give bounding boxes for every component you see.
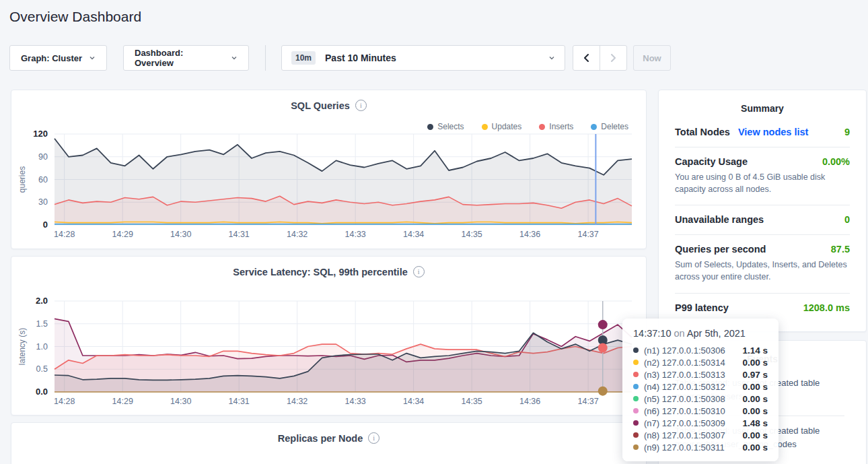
chevron-down-icon bbox=[89, 55, 96, 61]
time-prev-button[interactable] bbox=[573, 46, 600, 70]
node-address: (n2) 127.0.0.1:50314 bbox=[644, 358, 737, 368]
node-latency-value: 0.00 s bbox=[742, 394, 768, 404]
hover-dot bbox=[598, 343, 608, 353]
sql-plot: 030609012014:2814:2914:3014:3114:3214:33… bbox=[11, 90, 646, 248]
x-tick-label: 14:29 bbox=[112, 230, 133, 239]
summary-row-unavailable-ranges: Unavailable ranges 0 bbox=[675, 205, 850, 235]
x-tick-label: 14:30 bbox=[170, 397, 191, 406]
x-tick-label: 14:36 bbox=[519, 230, 540, 239]
latency-plot: 0.00.51.01.52.014:2814:2914:3014:3114:32… bbox=[11, 257, 646, 415]
y-tick-label: 30 bbox=[38, 197, 48, 207]
node-color-dot bbox=[633, 396, 639, 401]
node-address: (n8) 127.0.0.1:50307 bbox=[644, 430, 737, 440]
y-tick-label: 60 bbox=[38, 175, 48, 185]
info-icon[interactable]: i bbox=[368, 432, 379, 444]
tooltip-node-row: (n7) 127.0.0.1:503091.48 s bbox=[633, 417, 768, 429]
x-tick-label: 14:35 bbox=[462, 397, 482, 406]
time-step-buttons bbox=[573, 45, 627, 71]
time-range-badge: 10m bbox=[291, 51, 316, 65]
graph-scope-dropdown[interactable]: Graph: Cluster bbox=[9, 45, 107, 71]
node-color-dot bbox=[633, 408, 639, 413]
node-address: (n4) 127.0.0.1:50312 bbox=[644, 382, 737, 392]
node-color-dot bbox=[633, 432, 639, 438]
dashboard-label: Dashboard: Overview bbox=[135, 48, 224, 68]
tooltip-timestamp: 14:37:10 on Apr 5th, 2021 bbox=[633, 328, 768, 339]
node-color-dot bbox=[633, 444, 639, 450]
y-tick-label: 0.5 bbox=[36, 364, 48, 374]
x-tick-label: 14:37 bbox=[577, 230, 598, 239]
summary-row-capacity: Capacity Usage 0.00% You are using 0 B o… bbox=[675, 147, 850, 205]
summary-row-qps: Queries per second 87.5 Sum of Selects, … bbox=[675, 235, 850, 293]
x-tick-label: 14:31 bbox=[229, 397, 250, 406]
sql-queries-panel: SQL Queries i SelectsUpdatesInsertsDelet… bbox=[11, 90, 647, 249]
time-next-button[interactable] bbox=[600, 46, 626, 70]
capacity-usage-description: You are using 0 B of 4.5 GiB usable disk… bbox=[675, 171, 850, 195]
total-nodes-label: Total Nodes bbox=[675, 127, 730, 137]
chevron-left-icon bbox=[583, 53, 590, 63]
summary-title: Summary bbox=[675, 103, 850, 114]
node-color-dot bbox=[633, 384, 639, 389]
node-latency-value: 0.97 s bbox=[742, 370, 768, 380]
tooltip-node-row: (n1) 127.0.0.1:503061.14 s bbox=[633, 344, 768, 356]
page-title: Overview Dashboard bbox=[9, 9, 141, 25]
node-latency-value: 0.00 s bbox=[742, 382, 768, 392]
chart-hover-tooltip: 14:37:10 on Apr 5th, 2021 (n1) 127.0.0.1… bbox=[622, 319, 779, 461]
summary-row-total-nodes: Total Nodes View nodes list 9 bbox=[675, 118, 850, 147]
x-tick-label: 14:30 bbox=[170, 230, 191, 239]
tooltip-node-row: (n6) 127.0.0.1:503100.00 s bbox=[633, 405, 768, 417]
graph-scope-label: Graph: Cluster bbox=[21, 53, 82, 63]
y-tick-label: 0 bbox=[43, 220, 48, 230]
qps-description: Sum of Selects, Updates, Inserts, and De… bbox=[675, 259, 850, 283]
qps-label: Queries per second bbox=[675, 244, 766, 255]
node-color-dot bbox=[633, 420, 639, 426]
node-address: (n6) 127.0.0.1:50310 bbox=[644, 406, 737, 416]
total-nodes-value: 9 bbox=[844, 127, 850, 137]
tooltip-node-row: (n4) 127.0.0.1:503120.00 s bbox=[633, 380, 768, 393]
x-tick-label: 14:33 bbox=[345, 397, 366, 406]
tooltip-node-row: (n8) 127.0.0.1:503070.00 s bbox=[633, 429, 768, 441]
node-latency-value: 0.00 s bbox=[742, 406, 768, 416]
service-latency-panel: Service Latency: SQL, 99th percentile i … bbox=[11, 256, 647, 416]
now-button-label: Now bbox=[643, 53, 661, 63]
x-tick-label: 14:36 bbox=[519, 397, 540, 406]
y-tick-label: 1.0 bbox=[36, 342, 48, 352]
x-tick-label: 14:28 bbox=[54, 230, 75, 239]
overview-dashboard-page: Overview Dashboard Graph: Cluster Dashbo… bbox=[0, 0, 868, 464]
chevron-down-icon bbox=[548, 55, 555, 61]
node-address: (n5) 127.0.0.1:50308 bbox=[644, 394, 737, 404]
tooltip-node-row: (n2) 127.0.0.1:503140.00 s bbox=[633, 356, 768, 368]
capacity-usage-label: Capacity Usage bbox=[675, 156, 748, 167]
x-tick-label: 14:29 bbox=[112, 397, 133, 406]
y-tick-label: 90 bbox=[38, 152, 48, 162]
x-tick-label: 14:34 bbox=[403, 230, 424, 239]
tooltip-node-row: (n5) 127.0.0.1:503080.00 s bbox=[633, 393, 768, 405]
capacity-usage-value: 0.00% bbox=[822, 156, 850, 167]
x-tick-label: 14:34 bbox=[403, 397, 424, 406]
x-tick-label: 14:32 bbox=[287, 230, 308, 239]
hover-dot bbox=[598, 387, 608, 396]
node-latency-value: 1.48 s bbox=[742, 418, 768, 428]
qps-value: 87.5 bbox=[831, 244, 850, 255]
node-latency-value: 0.00 s bbox=[742, 358, 768, 368]
x-tick-label: 14:28 bbox=[54, 397, 75, 406]
node-address: (n1) 127.0.0.1:50306 bbox=[644, 345, 737, 356]
unavailable-ranges-label: Unavailable ranges bbox=[675, 214, 764, 225]
x-tick-label: 14:33 bbox=[345, 230, 366, 239]
time-range-dropdown[interactable]: 10m Past 10 Minutes bbox=[281, 45, 565, 71]
time-range-label: Past 10 Minutes bbox=[325, 53, 396, 63]
replicas-per-node-title: Replicas per Node bbox=[278, 433, 363, 444]
node-latency-value: 0.00 s bbox=[742, 430, 768, 440]
dashboard-dropdown[interactable]: Dashboard: Overview bbox=[123, 45, 249, 71]
y-tick-label: 2.0 bbox=[36, 296, 48, 306]
y-tick-label: 1.5 bbox=[36, 319, 48, 329]
view-nodes-list-link[interactable]: View nodes list bbox=[738, 127, 809, 137]
now-button[interactable]: Now bbox=[633, 45, 671, 71]
x-tick-label: 14:32 bbox=[287, 397, 308, 406]
y-axis-label: queries bbox=[17, 166, 27, 193]
hover-dot bbox=[598, 320, 608, 329]
node-address: (n3) 127.0.0.1:50313 bbox=[644, 370, 737, 380]
node-address: (n7) 127.0.0.1:50309 bbox=[644, 418, 737, 428]
toolbar-divider bbox=[265, 45, 266, 71]
node-address: (n9) 127.0.0.1:50311 bbox=[644, 442, 737, 453]
chevron-right-icon bbox=[610, 53, 617, 63]
